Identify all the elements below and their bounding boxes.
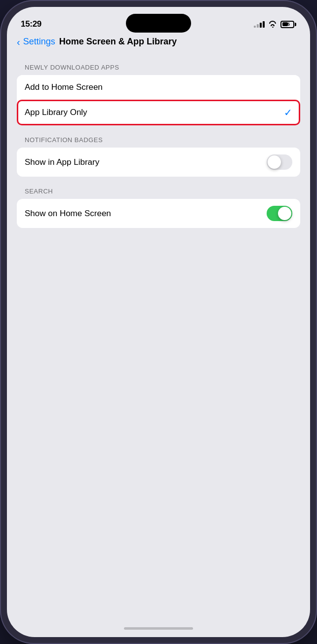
app-library-only-label: App Library Only <box>25 108 87 117</box>
toggle-thumb-on <box>278 207 291 220</box>
add-to-home-screen-label: Add to Home Screen <box>25 82 103 92</box>
phone-frame: 15:29 45 <box>0 0 317 644</box>
battery-icon: 45 <box>280 21 296 28</box>
home-indicator <box>7 619 310 637</box>
add-to-home-screen-row[interactable]: Add to Home Screen <box>17 75 300 100</box>
page-title: Home Screen & App Library <box>59 37 177 47</box>
signal-icon <box>254 21 265 28</box>
back-button[interactable]: ‹ Settings <box>17 37 55 47</box>
home-bar <box>124 627 193 630</box>
show-in-app-library-row[interactable]: Show in App Library <box>17 148 300 177</box>
newly-downloaded-group: Add to Home Screen App Library Only ✓ <box>17 75 300 125</box>
signal-bar-3 <box>260 23 262 28</box>
signal-bar-2 <box>257 24 259 28</box>
show-on-home-screen-toggle[interactable] <box>267 206 292 221</box>
signal-bar-1 <box>254 26 256 28</box>
back-label: Settings <box>23 37 55 47</box>
signal-bar-4 <box>263 21 265 28</box>
notification-badges-group: Show in App Library <box>17 148 300 177</box>
show-in-app-library-label: Show in App Library <box>25 157 99 167</box>
checkmark-icon: ✓ <box>284 107 292 118</box>
app-library-only-row[interactable]: App Library Only ✓ <box>17 100 300 125</box>
dynamic-island <box>126 14 191 33</box>
search-group: Show on Home Screen <box>17 199 300 228</box>
status-icons: 45 <box>254 21 296 28</box>
toggle-thumb <box>268 155 281 169</box>
search-section-label: SEARCH <box>17 188 300 195</box>
wifi-icon <box>268 21 277 28</box>
show-on-home-screen-label: Show on Home Screen <box>25 209 111 219</box>
navigation-bar: ‹ Settings Home Screen & App Library <box>7 35 310 53</box>
phone-screen: 15:29 45 <box>7 7 310 637</box>
back-chevron-icon: ‹ <box>17 37 20 47</box>
settings-content: NEWLY DOWNLOADED APPS Add to Home Screen… <box>7 53 310 619</box>
newly-downloaded-section-label: NEWLY DOWNLOADED APPS <box>17 64 300 71</box>
status-time: 15:29 <box>21 19 41 29</box>
show-on-home-screen-row[interactable]: Show on Home Screen <box>17 199 300 228</box>
notification-badges-section-label: NOTIFICATION BADGES <box>17 136 300 144</box>
show-in-app-library-toggle[interactable] <box>267 154 292 170</box>
